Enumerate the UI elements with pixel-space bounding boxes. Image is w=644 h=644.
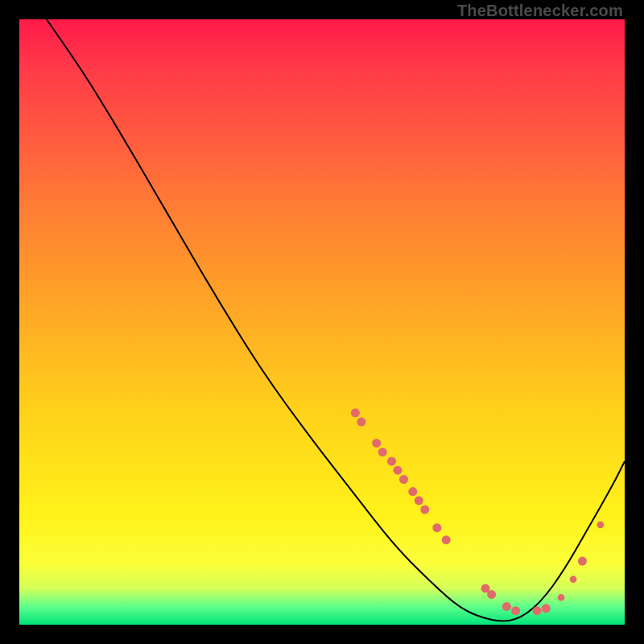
curve-marker [372, 439, 381, 448]
curve-marker [558, 594, 565, 601]
curve-marker [420, 506, 429, 514]
curve-marker [511, 606, 520, 615]
curve-marker [387, 457, 396, 466]
curve-marker [578, 557, 587, 566]
curve-marker [502, 602, 511, 611]
curve-marker [351, 408, 360, 417]
bottleneck-curve [47, 19, 625, 621]
curve-marker [378, 448, 387, 456]
curve-marker [432, 523, 441, 532]
curve-marker [570, 576, 577, 583]
curve-marker [399, 475, 408, 484]
curve-marker [542, 604, 551, 613]
curve-marker [487, 590, 496, 599]
chart-overlay [19, 19, 625, 625]
curve-marker [408, 487, 417, 496]
curve-marker [415, 496, 423, 505]
curve-marker [597, 522, 605, 529]
curve-marker [394, 466, 402, 475]
curve-marker [357, 418, 365, 427]
curve-markers [351, 408, 604, 615]
watermark-text: TheBottlenecker.com [457, 2, 623, 20]
curve-marker [533, 606, 542, 615]
curve-marker [442, 535, 451, 544]
